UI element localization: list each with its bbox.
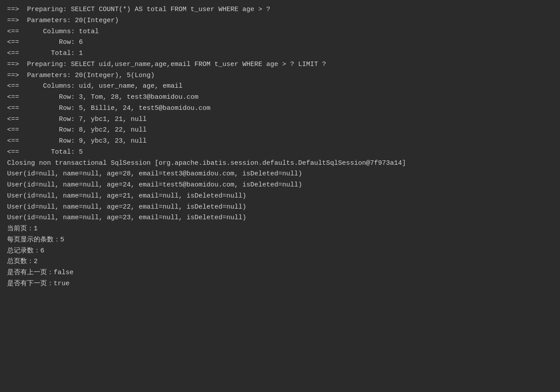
console-line: ==> Preparing: SELECT COUNT(*) AS total … bbox=[7, 4, 553, 16]
console-line: ==> Preparing: SELECT uid,user_name,age,… bbox=[7, 59, 553, 70]
console-line: 是否有上一页：false bbox=[7, 268, 553, 279]
console-line: 每页显示的条数：5 bbox=[7, 235, 553, 246]
console-line: User(id=null, name=null, age=28, email=t… bbox=[7, 169, 553, 180]
console-line: <== Columns: uid, user_name, age, email bbox=[7, 81, 553, 92]
console-line: <== Total: 5 bbox=[7, 147, 553, 158]
console-line: <== Row: 7, ybc1, 21, null bbox=[7, 114, 553, 125]
console-line: 当前页：1 bbox=[7, 224, 553, 235]
console-line: <== Total: 1 bbox=[7, 48, 553, 59]
console-line: <== Columns: total bbox=[7, 27, 553, 38]
console-line: Closing non transactional SqlSession [or… bbox=[7, 158, 553, 169]
console-line: User(id=null, name=null, age=21, email=n… bbox=[7, 191, 553, 202]
console-line: User(id=null, name=null, age=24, email=t… bbox=[7, 180, 553, 191]
console-line: User(id=null, name=null, age=23, email=n… bbox=[7, 213, 553, 224]
console-output: ==> Preparing: SELECT COUNT(*) AS total … bbox=[7, 4, 553, 290]
console-line: 是否有下一页：true bbox=[7, 279, 553, 290]
console-line: <== Row: 5, Billie, 24, test5@baomidou.c… bbox=[7, 103, 553, 114]
console-line: <== Row: 3, Tom, 28, test3@baomidou.com bbox=[7, 92, 553, 103]
console-line: <== Row: 9, ybc3, 23, null bbox=[7, 136, 553, 147]
console-line: ==> Parameters: 20(Integer) bbox=[7, 16, 553, 27]
console-line: 总页数：2 bbox=[7, 256, 553, 268]
console-line: ==> Parameters: 20(Integer), 5(Long) bbox=[7, 70, 553, 82]
console-line: <== Row: 6 bbox=[7, 37, 553, 48]
console-line: 总记录数：6 bbox=[7, 246, 553, 257]
console-line: User(id=null, name=null, age=22, email=n… bbox=[7, 202, 553, 213]
console-line: <== Row: 8, ybc2, 22, null bbox=[7, 125, 553, 136]
